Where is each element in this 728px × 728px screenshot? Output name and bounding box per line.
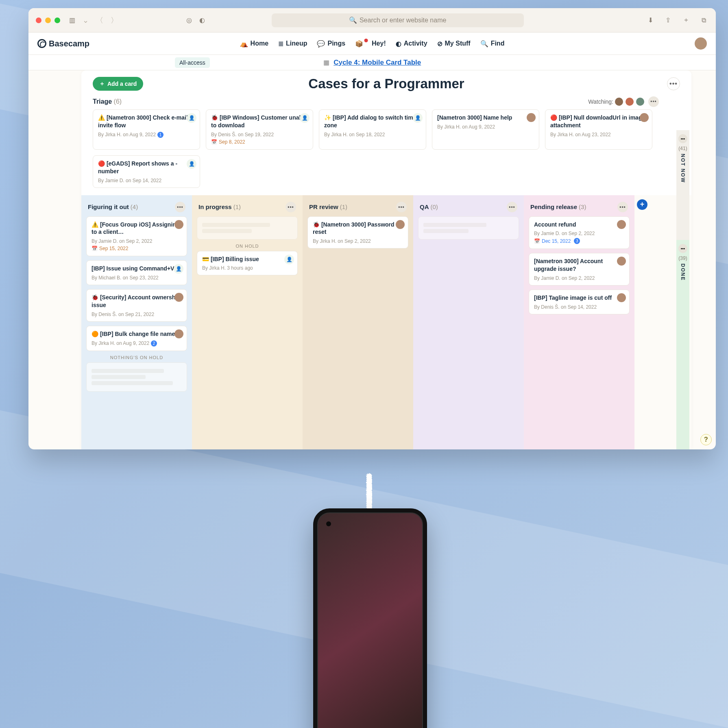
assignee-placeholder-icon[interactable]: 👤 [300, 113, 310, 123]
privacy-icon[interactable]: ◎ [184, 15, 194, 26]
all-access-badge[interactable]: All-access [175, 57, 210, 68]
app-header: Basecamp ⛺Home ≣Lineup 💬Pings 📦Hey! ◐Act… [28, 33, 716, 55]
assignee-placeholder-icon[interactable]: 👤 [187, 113, 196, 123]
address-bar[interactable]: 🔍 Search or enter website name [272, 13, 524, 27]
comment-count-badge: 1 [157, 132, 163, 138]
watcher-avatar[interactable] [614, 97, 624, 107]
main-nav: ⛺Home ≣Lineup 💬Pings 📦Hey! ◐Activity ⊘My… [240, 40, 505, 48]
column-count: (4) [131, 203, 138, 210]
card-meta: By Jirka H. on Aug 9, 2022 [92, 340, 149, 346]
nav-my-stuff[interactable]: ⊘My Stuff [437, 40, 471, 48]
calendar-icon: 📅 [211, 139, 217, 145]
strip-label: NOT NOW [680, 154, 686, 183]
triage-count: (6) [114, 98, 122, 105]
forward-icon[interactable]: 〉 [108, 14, 120, 27]
brand-icon [37, 39, 46, 48]
nav-lineup[interactable]: ≣Lineup [278, 40, 307, 48]
card[interactable]: 🔴 [eGADS] Report shows a -number By Jami… [93, 155, 200, 188]
add-column-button[interactable]: + [637, 199, 647, 210]
column-in-progress: In progress (1) ••• ON HOLD 💳 [IBP] Bill… [192, 195, 303, 449]
assignee-avatar[interactable] [174, 220, 183, 229]
card-meta: By Jirka H. on Aug 23, 2022 [550, 132, 647, 137]
board-more-button[interactable]: ••• [667, 77, 680, 90]
assignee-placeholder-icon[interactable]: 👤 [174, 264, 183, 274]
assignee-avatar[interactable] [527, 113, 536, 122]
on-hold-divider: ON HOLD [195, 244, 299, 248]
nav-pings[interactable]: 💬Pings [317, 40, 345, 48]
nav-activity[interactable]: ◐Activity [396, 40, 427, 48]
watcher-avatar[interactable] [635, 97, 645, 107]
assignee-avatar[interactable] [396, 220, 405, 229]
column-more-button[interactable]: ••• [396, 202, 407, 212]
strip-done[interactable]: ••• (39) DONE [676, 240, 689, 449]
notification-dot-icon [364, 39, 368, 42]
assignee-avatar[interactable] [617, 257, 626, 266]
watching-label: Watching: [588, 98, 613, 105]
column-more-button[interactable]: ••• [507, 202, 517, 212]
column-count: (0) [431, 203, 438, 210]
assignee-avatar[interactable] [640, 113, 649, 122]
assignee-avatar[interactable] [174, 329, 183, 338]
due-date-badge: 📅Sep 15, 2022 [92, 246, 128, 251]
card[interactable]: [Nametron 3000] Account upgrade issue? B… [529, 253, 630, 286]
brand[interactable]: Basecamp [37, 39, 89, 48]
column-more-button[interactable]: ••• [617, 202, 628, 212]
card[interactable]: [IBP] Tagline image is cut off By Denis … [529, 290, 630, 314]
card[interactable]: [IBP] Issue using Command+V By Michael B… [86, 260, 187, 285]
triage-cards: ⚠️ [Nametron 3000] Check e-mail invite f… [81, 105, 691, 195]
hey-icon: 📦 [355, 40, 363, 48]
card[interactable]: ⚠️ [Nametron 3000] Check e-mail invite f… [93, 109, 200, 150]
column-more-button[interactable]: ••• [175, 202, 185, 212]
card[interactable]: 🐞 [Nametron 3000] Password reset By Jirk… [307, 216, 408, 249]
share-icon[interactable]: ⇪ [663, 14, 673, 26]
watcher-avatar[interactable] [625, 97, 634, 107]
nav-home[interactable]: ⛺Home [240, 40, 268, 48]
download-icon[interactable]: ⬇ [645, 14, 656, 26]
add-card-button[interactable]: ＋ Add a card [93, 77, 143, 91]
card-title: 🐞 [IBP Windows] Customer unable to downl… [211, 114, 308, 129]
back-icon[interactable]: 〈 [94, 14, 106, 27]
column-more-button[interactable]: ••• [286, 202, 296, 212]
maximize-icon[interactable] [54, 17, 60, 23]
cycle-link-text[interactable]: Cycle 4: Mobile Card Table [333, 59, 421, 66]
card[interactable]: 🐞 [Security] Account ownership issue By … [86, 289, 187, 322]
card-title: [IBP] Issue using Command+V [92, 265, 182, 272]
nav-hey[interactable]: 📦Hey! [355, 40, 386, 48]
column-count: (3) [579, 203, 586, 210]
card[interactable]: ✨ [IBP] Add dialog to switch time zone B… [319, 109, 426, 150]
card-meta: By Jamie D. on Sep 2, 2022 [92, 238, 182, 244]
assignee-avatar[interactable] [617, 220, 626, 229]
card-title: [IBP] Tagline image is cut off [534, 294, 624, 302]
card[interactable]: Account refund By Jamie D. on Sep 2, 202… [529, 216, 630, 249]
new-tab-icon[interactable]: ＋ [680, 14, 692, 26]
strip-more-button[interactable]: ••• [678, 244, 687, 253]
card[interactable]: 🐞 [IBP Windows] Customer unable to downl… [206, 109, 313, 150]
cycle-link[interactable]: ▦ Cycle 4: Mobile Card Table [323, 59, 421, 67]
browser-titlebar: ▥ ⌄ 〈 〉 ◎ ◐ 🔍 Search or enter website na… [28, 8, 716, 33]
card[interactable]: ⚠️ [Focus Group iOS] Assigning to a clie… [86, 216, 187, 257]
chevron-down-icon[interactable]: ⌄ [80, 14, 91, 26]
card[interactable]: [Nametron 3000] Name help By Jirka H. on… [432, 109, 539, 150]
sidebar-toggle-icon[interactable]: ▥ [67, 15, 78, 26]
assignee-avatar[interactable] [174, 293, 183, 302]
nav-find[interactable]: 🔍Find [480, 40, 505, 48]
assignee-placeholder-icon[interactable]: 👤 [284, 255, 294, 264]
add-card-label: Add a card [107, 81, 137, 87]
assignee-placeholder-icon[interactable]: 👤 [413, 113, 423, 123]
minimize-icon[interactable] [45, 17, 51, 23]
address-placeholder: Search or enter website name [360, 17, 446, 24]
activity-icon: ◐ [396, 40, 401, 48]
strip-more-button[interactable]: ••• [678, 134, 687, 143]
assignee-avatar[interactable] [617, 293, 626, 302]
help-button[interactable]: ? [700, 434, 712, 445]
close-icon[interactable] [36, 17, 41, 23]
card[interactable]: 🔴 [IBP] Null downloadUrl in image attach… [545, 109, 652, 150]
card[interactable]: 🟠 [IBP] Bulk change file names By Jirka … [86, 326, 187, 351]
shield-icon[interactable]: ◐ [197, 15, 207, 26]
card[interactable]: 💳 [IBP] Billing issue By Jirka H. 3 hour… [197, 251, 298, 276]
user-avatar[interactable] [695, 37, 707, 50]
window-controls[interactable] [36, 17, 60, 23]
assignee-placeholder-icon[interactable]: 👤 [187, 159, 196, 169]
tabs-icon[interactable]: ⧉ [699, 14, 708, 26]
watchers-more-button[interactable]: ••• [648, 96, 659, 107]
